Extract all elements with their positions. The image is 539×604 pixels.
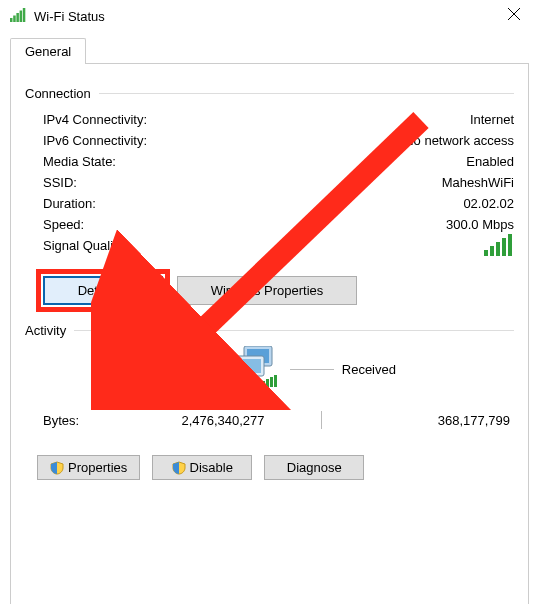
svg-rect-19	[270, 377, 273, 387]
panel-general: Connection IPv4 Connectivity:Internet IP…	[10, 63, 529, 604]
speed-label: Speed:	[43, 217, 84, 232]
svg-rect-4	[23, 8, 26, 22]
svg-rect-7	[496, 242, 500, 256]
svg-rect-9	[508, 234, 512, 256]
svg-rect-6	[490, 246, 494, 256]
svg-rect-15	[244, 376, 256, 379]
divider	[321, 411, 322, 429]
divider	[74, 330, 514, 331]
bytes-label: Bytes:	[43, 413, 133, 428]
properties-button-label: Properties	[68, 460, 127, 475]
window-title: Wi-Fi Status	[34, 9, 499, 24]
svg-rect-17	[262, 381, 265, 387]
activity-heading: Activity	[25, 323, 66, 338]
received-label: Received	[342, 362, 396, 377]
diagnose-button[interactable]: Diagnose	[264, 455, 364, 480]
svg-rect-2	[16, 13, 19, 22]
media-state-label: Media State:	[43, 154, 116, 169]
divider	[178, 369, 222, 370]
svg-rect-3	[20, 10, 23, 22]
svg-rect-18	[266, 379, 269, 387]
wireless-properties-button[interactable]: Wireless Properties	[177, 276, 357, 305]
wifi-icon	[10, 8, 26, 25]
duration-label: Duration:	[43, 196, 96, 211]
properties-button[interactable]: Properties	[37, 455, 140, 480]
bytes-sent-value: 2,476,340,277	[133, 413, 313, 428]
ipv6-value: No network access	[147, 133, 514, 148]
svg-rect-0	[10, 18, 13, 22]
divider	[99, 93, 514, 94]
titlebar: Wi-Fi Status	[0, 0, 539, 32]
bytes-received-value: 368,177,799	[330, 413, 514, 428]
ssid-label: SSID:	[43, 175, 77, 190]
svg-rect-14	[239, 359, 261, 373]
disable-button[interactable]: Disable	[152, 455, 252, 480]
tab-general[interactable]: General	[10, 38, 86, 64]
duration-value: 02.02.02	[96, 196, 514, 211]
ipv4-label: IPv4 Connectivity:	[43, 112, 147, 127]
ssid-value: MaheshWiFi	[77, 175, 514, 190]
signal-quality-label: Signal Quality:	[43, 238, 484, 259]
sent-label: Sent	[143, 362, 170, 377]
network-computers-icon	[230, 346, 282, 393]
ipv6-label: IPv6 Connectivity:	[43, 133, 147, 148]
ipv4-value: Internet	[147, 112, 514, 127]
shield-icon	[172, 461, 186, 475]
disable-button-label: Disable	[190, 460, 233, 475]
svg-rect-5	[484, 250, 488, 256]
media-state-value: Enabled	[116, 154, 514, 169]
shield-icon	[50, 461, 64, 475]
svg-rect-1	[13, 15, 16, 22]
details-button[interactable]: Details...	[43, 276, 163, 305]
divider	[290, 369, 334, 370]
svg-rect-20	[274, 375, 277, 387]
speed-value: 300.0 Mbps	[84, 217, 514, 232]
close-button[interactable]	[499, 7, 529, 25]
svg-rect-8	[502, 238, 506, 256]
svg-rect-16	[258, 383, 261, 387]
signal-bars-icon	[484, 238, 514, 259]
connection-heading: Connection	[25, 86, 91, 101]
